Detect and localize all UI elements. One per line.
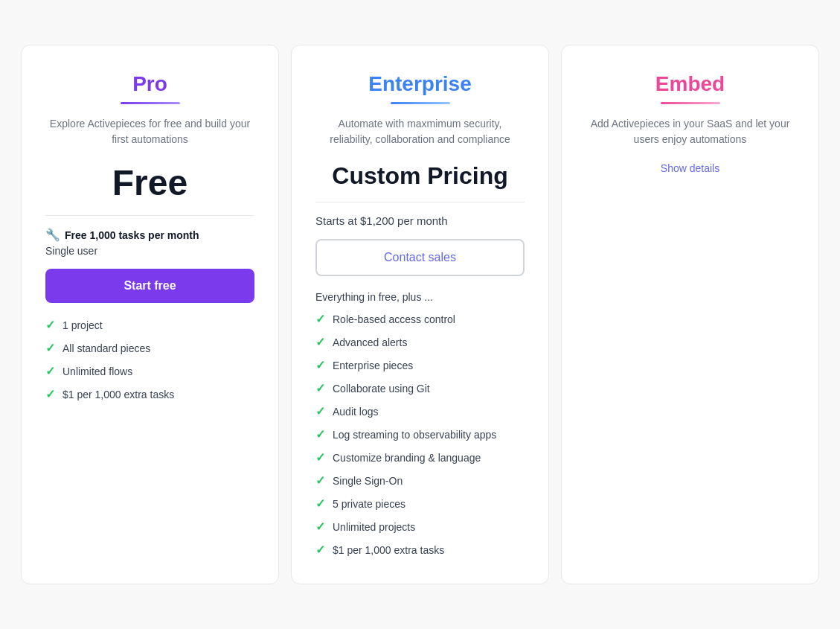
feature-item: ✓ $1 per 1,000 extra tasks	[315, 543, 525, 557]
tasks-emoji-pro: 🔧	[45, 228, 60, 242]
plan-price-enterprise: Custom Pricing	[315, 162, 525, 190]
plan-card-enterprise: Enterprise Automate with maxmimum securi…	[291, 45, 549, 584]
check-icon: ✓	[315, 520, 325, 534]
price-divider-pro	[45, 215, 254, 216]
plan-price-pro: Free	[45, 162, 254, 203]
feature-item: ✓ 1 project	[45, 318, 254, 332]
feature-item: ✓ Unlimited flows	[45, 364, 254, 378]
feature-item: ✓ All standard pieces	[45, 341, 254, 355]
plan-underline-embed	[661, 102, 720, 104]
check-icon: ✓	[45, 341, 55, 355]
feature-item: ✓ Enterprise pieces	[315, 358, 525, 372]
plan-user-pro: Single user	[45, 245, 254, 257]
check-icon: ✓	[45, 318, 55, 332]
check-icon: ✓	[315, 497, 325, 511]
check-icon: ✓	[45, 387, 55, 401]
check-icon: ✓	[315, 543, 325, 557]
check-icon: ✓	[315, 358, 325, 372]
plan-description-embed: Add Activepieces in your SaaS and let yo…	[586, 116, 795, 147]
plan-card-embed: Embed Add Activepieces in your SaaS and …	[561, 45, 819, 584]
plan-description-pro: Explore Activepieces for free and build …	[45, 116, 254, 147]
plan-description-enterprise: Automate with maxmimum security, reliabi…	[315, 116, 525, 147]
feature-item: ✓ Role-based access control	[315, 312, 525, 326]
check-icon: ✓	[315, 312, 325, 326]
feature-item: ✓ Single Sign-On	[315, 473, 525, 488]
plan-title-embed: Embed	[586, 72, 795, 96]
starts-at: Starts at $1,200 per month	[315, 214, 525, 227]
feature-item: ✓ 5 private pieces	[315, 497, 525, 511]
plan-title-enterprise: Enterprise	[315, 72, 525, 96]
check-icon: ✓	[315, 450, 325, 464]
check-icon: ✓	[315, 473, 325, 488]
start-free-button[interactable]: Start free	[45, 269, 254, 303]
feature-list-enterprise: ✓ Role-based access control ✓ Advanced a…	[315, 312, 525, 557]
show-details-link[interactable]: Show details	[586, 162, 795, 174]
feature-item: ✓ Unlimited projects	[315, 520, 525, 534]
check-icon: ✓	[315, 335, 325, 349]
check-icon: ✓	[45, 364, 55, 378]
plan-title-pro: Pro	[45, 72, 254, 96]
feature-item: ✓ Customize branding & language	[315, 450, 525, 464]
feature-item: ✓ $1 per 1,000 extra tasks	[45, 387, 254, 401]
everything-plus: Everything in free, plus ...	[315, 291, 525, 303]
pricing-container: Pro Explore Activepieces for free and bu…	[15, 45, 825, 584]
feature-item: ✓ Log streaming to observability apps	[315, 427, 525, 441]
check-icon: ✓	[315, 427, 325, 441]
feature-item: ✓ Advanced alerts	[315, 335, 525, 349]
contact-sales-button[interactable]: Contact sales	[315, 239, 525, 276]
plan-card-pro: Pro Explore Activepieces for free and bu…	[21, 45, 279, 584]
feature-item: ✓ Audit logs	[315, 404, 525, 418]
feature-list-pro: ✓ 1 project ✓ All standard pieces ✓ Unli…	[45, 318, 254, 401]
check-icon: ✓	[315, 381, 325, 395]
plan-underline-pro	[121, 102, 180, 104]
feature-item: ✓ Collaborate using Git	[315, 381, 525, 395]
plan-underline-enterprise	[391, 102, 450, 104]
price-divider-enterprise	[315, 202, 525, 202]
plan-tasks-pro: 🔧 Free 1,000 tasks per month	[45, 228, 254, 242]
check-icon: ✓	[315, 404, 325, 418]
